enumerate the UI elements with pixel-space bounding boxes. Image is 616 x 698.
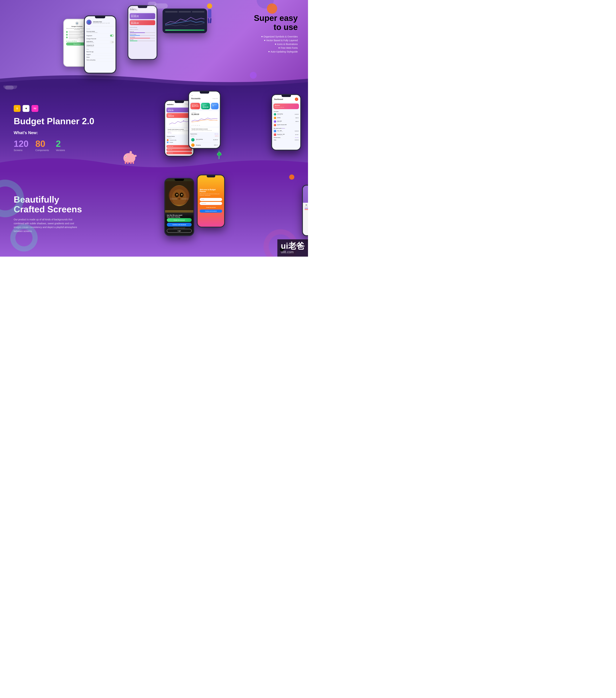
budget-phone-mockup: 9:41 AM ◀ Budget s... December 2018 Budg… [127,5,157,60]
categories-sub: Manage categories... [86,46,95,47]
today-label: Today [274,139,276,140]
account-item-1: Jola checking Open - Yolo $1,000.00 [189,137,220,142]
budget-card-income: Budget so far $2,500.00 Keep budgeting J… [130,13,155,19]
create-account-btn[interactable]: Create free account [167,218,192,222]
view-item-link[interactable]: View item [295,137,298,138]
notifications-item[interactable]: Notifications Manage if you want... [86,40,114,44]
notifications-sub: Manage if you want... [86,42,95,43]
chevron-right-icon: › [113,31,114,32]
stats-row: 120 Screens 80 Components 2 Versions [14,139,140,152]
already-account: Already have an account? [167,227,192,228]
rate-item[interactable]: Rate this app [86,51,114,53]
whats-new-label: What's New: [14,130,140,135]
person-illustration [202,3,217,26]
circle-decoration-2 [10,224,38,251]
terms-item[interactable]: Terms and policy [86,59,114,61]
payment-history-header: Payment history View more [189,133,220,135]
view-more[interactable]: View more [214,134,219,135]
email-input[interactable]: Email [200,198,222,201]
components-number: 80 [36,139,49,149]
components-stat: 80 Components [36,139,49,152]
section1-banner: ✕ 🏦 Budget Premium Start your 30-day fre… [0,0,308,85]
settings-phone-mockup: 👤 Johnatan Doe Bachelor plan valid until… [84,15,116,73]
budget-screen: 9:41 AM ◀ Budget s... December 2018 Budg… [128,6,157,59]
notifications-toggle[interactable] [110,41,114,43]
payment-item-2: Shopping $391.47 [167,141,192,143]
welcome-create-btn[interactable]: Create free account [200,206,222,209]
svg-point-4 [169,186,190,205]
passcode-label: Change Passcode [86,38,96,39]
rate-label: Rate this app [86,51,94,52]
budget-title: Budget s... [130,9,155,10]
bachelor-title: Bachelor [275,105,297,106]
view-more-link[interactable]: View more [168,132,191,134]
lion-image [165,179,193,213]
dashboard-illustration [163,9,207,33]
chevron-right-icon: › [113,45,114,46]
today-amount: $1,620.03 [295,139,298,140]
categories-item[interactable]: Categories (5) Manage categories... › [86,44,114,48]
expense-card-2: -$86.99 / 8% [167,148,192,151]
budget-categories-label: Budget per categories [128,29,157,30]
balance-card-3: My Annual GBF [211,103,219,109]
screens-label: Screens [14,149,29,152]
bullet-dot-1 [262,36,263,37]
super-easy-title: Super easyto use [254,14,298,32]
sketch-icon: S [14,105,20,112]
person-header [303,186,308,203]
watermark: ui老爸 uil8.com [277,239,308,256]
dash-account-4: Summer Vacation 2018 Gold [272,123,300,127]
bullet-dot-2 [264,40,265,41]
balance-cards-row: Checking 2019 $3,079.54 Challenge 2018 -… [189,102,220,110]
lion-phone: Get the life you want!Save more money. C… [164,178,194,236]
bachelor-card: Bachelor Bachelor plan valid until... [274,103,299,109]
share-item[interactable]: Share [86,56,114,59]
accounts-date: 1 August 2019 [212,98,218,99]
dash-mockup [163,9,207,33]
bullet-dot-3 [275,44,276,45]
categories-label: Categories (5) [86,45,95,46]
passcode-item[interactable]: Change Passcode › [86,38,114,40]
education-category: Education [130,39,155,41]
share-label: Share [86,57,90,58]
balance-card-2: Challenge 2018 -$244.94 [201,103,210,109]
section2-banner: S ✦ Xd Budget Planner 2.0 What's New: 12… [0,85,308,171]
expense-card-1: -$106.99 / 19% [167,145,192,148]
feature-list: Organized Symbols & Overrides Vector Bas… [254,35,298,53]
phone-internet-category: Phone & Internet [130,34,155,36]
orange-dot-accent [289,174,294,180]
welcome-phone: Welcome to Budget Planner Take control o… [197,174,225,227]
fingerprint-item[interactable]: Fingerprint [86,34,114,38]
person-phone: 12 Accounts $12.5k Balance 8 Goals [302,185,308,236]
lion-overlay: Get the life you want!Save more money. C… [165,209,193,235]
password-placeholder: Password [201,203,206,204]
piggy-decoration [123,153,135,163]
personal-details-item[interactable]: Personal details You can edit your infor… [86,30,114,34]
password-input[interactable]: Password [200,202,222,205]
svg-point-10 [182,194,182,195]
bullet-dot-4 [279,47,280,48]
dash-account-1: Jola checking Open - Yolo $1,000.00 [272,113,300,116]
login-btn[interactable]: Login [167,229,192,233]
feature-item-1: Organized Symbols & Overrides [254,35,298,38]
cloud-4 [5,85,14,90]
support-item[interactable]: Support [86,53,114,56]
fingerprint-toggle[interactable] [110,34,114,37]
notifications-label: Notifications [86,41,95,42]
profile-avatar: 👤 [86,20,92,25]
budget-info: for the next 30 days [128,26,157,29]
payment-item-1: Croissant & coffee -$1.88 [167,139,192,141]
personal-details-sub: You can edit your information... [86,32,98,33]
watermark-text: ui老爸 [281,242,305,250]
versions-label: Versions [56,149,65,152]
welcome-fb-btn[interactable]: Continue with facebook [200,210,222,213]
dash-card-2: MasterCard - 4478 Savings Bank Todo $2,7… [272,133,300,137]
terms-label: Terms and policy [86,59,96,60]
dash-accounts-label: Accounts [272,110,300,113]
email-placeholder: Email [201,199,204,200]
feature-item-2: Vector Based & Fully Layered [254,39,298,42]
facebook-btn[interactable]: Continue with facebook [167,223,192,226]
budget-date: December 2018 [130,10,155,11]
feature-item-4: Free Web Fonts [254,46,298,49]
accounts-phone: 9:40 Accounts 1 August 2019 Checking 201… [188,91,221,149]
